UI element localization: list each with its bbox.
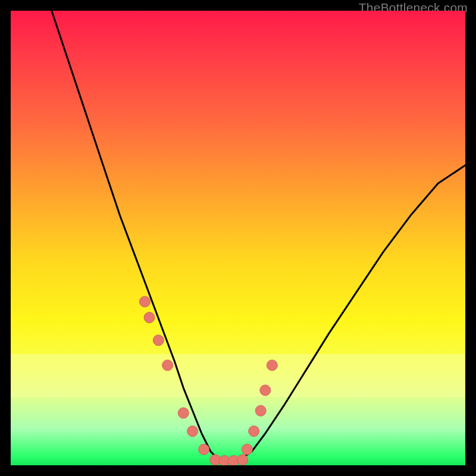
sample-point: [255, 405, 266, 416]
sample-point: [162, 360, 173, 371]
sample-point: [187, 426, 198, 437]
sample-point: [144, 312, 155, 323]
sample-point: [178, 408, 189, 418]
sample-point: [237, 455, 248, 465]
chart-container: TheBottleneck.com: [0, 0, 476, 476]
sample-point: [260, 385, 271, 396]
plot-area: [11, 11, 465, 465]
sample-point: [249, 426, 259, 437]
sample-point: [199, 444, 209, 455]
curve-layer: [11, 11, 465, 465]
sample-point: [242, 444, 252, 455]
sample-point: [153, 335, 164, 346]
sample-point: [267, 360, 277, 371]
bottleneck-curve: [52, 11, 465, 461]
sample-point: [139, 296, 150, 307]
